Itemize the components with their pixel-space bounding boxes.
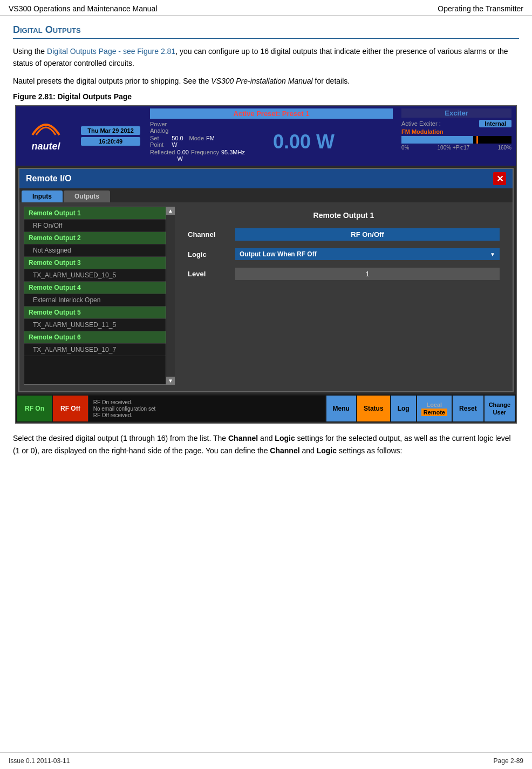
preset-label: Active Preset: bbox=[234, 110, 282, 118]
level-label: Level bbox=[188, 270, 231, 278]
change-user-button[interactable]: Change User bbox=[485, 396, 515, 421]
logic-bold: Logic bbox=[275, 434, 295, 443]
para1: Using the Digital Outputs Page - see Fig… bbox=[13, 45, 519, 70]
list-item[interactable]: Remote Output 4 bbox=[24, 282, 166, 294]
setpoint-label: Set Point bbox=[150, 135, 169, 148]
log-button[interactable]: Log bbox=[391, 396, 416, 421]
change-label: Change bbox=[489, 401, 510, 409]
tx-topbar: nautel Thu Mar 29 2012 16:20:49 Active P… bbox=[16, 106, 516, 166]
list-item[interactable]: Remote Output 5 bbox=[24, 307, 166, 319]
local-remote-button[interactable]: Local Remote bbox=[417, 396, 452, 421]
remote-label: Remote bbox=[421, 409, 447, 416]
rio-list[interactable]: Remote Output 1 RF On/Off Remote Output … bbox=[24, 207, 166, 385]
tx-datetime: Thu Mar 29 2012 16:20:49 bbox=[76, 106, 146, 166]
menu-button[interactable]: Menu bbox=[326, 396, 356, 421]
mod-left: 0% bbox=[401, 145, 409, 151]
scroll-down-button[interactable]: ▼ bbox=[166, 377, 175, 385]
mod-right: 160% bbox=[497, 145, 511, 151]
tx-exciter-btn[interactable]: Internal bbox=[479, 120, 511, 127]
below-figure-para: Select the desired digital output (1 thr… bbox=[13, 432, 519, 457]
mod-bar-container bbox=[401, 136, 511, 144]
rf-on-button[interactable]: RF On bbox=[17, 396, 52, 421]
mod-labels: 0% 100% +Pk:17 160% bbox=[401, 145, 511, 151]
rf-off-button[interactable]: RF Off bbox=[53, 396, 88, 421]
setpoint-value: 50.0 W bbox=[172, 135, 187, 148]
scroll-track bbox=[166, 215, 175, 377]
para1-link[interactable]: Digital Outputs Page - see Figure 2.81 bbox=[47, 47, 175, 56]
remote-io-tabs: Inputs Outputs bbox=[19, 188, 513, 202]
rio-config-title: Remote Output 1 bbox=[188, 211, 500, 220]
reset-button[interactable]: Reset bbox=[453, 396, 483, 421]
reflected-value: 0.00 W bbox=[177, 149, 188, 162]
tx-bottombar: RF On RF Off RF On received. No email co… bbox=[16, 394, 516, 423]
tx-exciter-area: Exciter Active Exciter : Internal FM Mod… bbox=[397, 106, 516, 166]
analog-label: Analog bbox=[150, 127, 215, 134]
list-item[interactable]: RF On/Off bbox=[24, 220, 166, 232]
list-item[interactable]: TX_ALARM_UNUSED_11_5 bbox=[24, 319, 166, 331]
channel-bold2: Channel bbox=[270, 446, 299, 455]
channel-bold: Channel bbox=[228, 434, 258, 443]
section-title: Digital Outputs bbox=[13, 24, 519, 39]
tx-preset-bar: Active Preset: Preset 1 bbox=[150, 108, 393, 119]
manual-name-italic: VS300 Pre-installation Manual bbox=[211, 77, 312, 85]
page-footer: Issue 0.1 2011-03-11 Page 2-89 bbox=[0, 752, 532, 769]
rio-level-row: Level 1 bbox=[188, 268, 500, 280]
status-msg1: RF On received. bbox=[93, 399, 321, 405]
footer-left: Issue 0.1 2011-03-11 bbox=[9, 757, 70, 765]
tx-status-msgs: RF On received. No email configuration s… bbox=[89, 396, 325, 421]
list-item[interactable]: Remote Output 2 bbox=[24, 232, 166, 244]
list-item[interactable]: External Interlock Open bbox=[24, 294, 166, 307]
user-label: User bbox=[493, 409, 506, 416]
para2: Nautel presets the digital outputs prior… bbox=[13, 75, 519, 87]
list-item[interactable]: Remote Output 1 bbox=[24, 207, 166, 220]
active-exciter-label: Active Exciter : bbox=[401, 120, 441, 127]
rio-list-container: Remote Output 1 RF On/Off Remote Output … bbox=[24, 207, 175, 387]
tab-inputs[interactable]: Inputs bbox=[22, 190, 63, 202]
transmitter-ui: nautel Thu Mar 29 2012 16:20:49 Active P… bbox=[15, 105, 517, 424]
mod-bar-fill bbox=[401, 136, 473, 144]
figure-title: Figure 2.81: Digital Outputs Page bbox=[13, 92, 519, 101]
footer-right: Page 2-89 bbox=[494, 757, 523, 765]
para1-prefix: Using the bbox=[13, 47, 47, 56]
list-item[interactable]: TX_ALARM_UNUSED_10_7 bbox=[24, 344, 166, 356]
reflected-label: Reflected bbox=[150, 149, 175, 162]
mode-value: FM bbox=[206, 135, 215, 148]
channel-label: Channel bbox=[188, 230, 231, 239]
list-item[interactable]: TX_ALARM_UNUSED_10_5 bbox=[24, 269, 166, 282]
tx-time: 16:20:49 bbox=[81, 137, 140, 146]
status-msg2: No email configuration set bbox=[93, 406, 321, 412]
remote-io-title: Remote I/O bbox=[26, 174, 71, 183]
tx-power-display: 0.00 W bbox=[215, 120, 393, 164]
status-button[interactable]: Status bbox=[357, 396, 390, 421]
list-item[interactable]: Remote Output 3 bbox=[24, 257, 166, 269]
tx-logo: nautel bbox=[16, 106, 76, 166]
tx-exciter-title: Exciter bbox=[401, 108, 511, 118]
channel-value: RF On/Off bbox=[235, 228, 500, 241]
fm-modulation-label: FM Modulation bbox=[401, 128, 511, 135]
list-item[interactable]: Not Assigned bbox=[24, 244, 166, 257]
nautel-arc-svg bbox=[30, 120, 62, 136]
rio-list-scrollbar[interactable]: ▲ ▼ bbox=[166, 207, 175, 385]
remote-io-close-button[interactable]: ✕ bbox=[493, 172, 506, 185]
logic-label: Logic bbox=[188, 250, 231, 258]
logic-bold2: Logic bbox=[317, 446, 337, 455]
mode-label: Mode bbox=[189, 135, 204, 148]
dropdown-arrow-icon: ▼ bbox=[490, 251, 495, 257]
mod-bar-peak bbox=[476, 136, 478, 144]
rio-config: Remote Output 1 Channel RF On/Off Logic … bbox=[179, 207, 508, 387]
list-item[interactable]: Remote Output 6 bbox=[24, 331, 166, 344]
tx-date: Thu Mar 29 2012 bbox=[81, 126, 140, 135]
page-header: VS300 Operations and Maintenance Manual … bbox=[0, 0, 532, 16]
header-left: VS300 Operations and Maintenance Manual bbox=[9, 4, 158, 13]
tx-active-exciter-row: Active Exciter : Internal bbox=[401, 120, 511, 127]
nautel-text: nautel bbox=[30, 141, 62, 152]
logic-value: Output Low When RF Off bbox=[240, 250, 317, 258]
local-label: Local bbox=[426, 401, 442, 409]
preset-value: Preset 1 bbox=[282, 110, 310, 118]
status-msg3: RF Off received. bbox=[93, 412, 321, 418]
logic-dropdown[interactable]: Output Low When RF Off ▼ bbox=[235, 248, 500, 260]
scroll-up-button[interactable]: ▲ bbox=[166, 207, 175, 215]
remote-io-body: Remote Output 1 RF On/Off Remote Output … bbox=[19, 202, 513, 391]
level-value: 1 bbox=[235, 268, 500, 280]
tab-outputs[interactable]: Outputs bbox=[64, 190, 110, 202]
